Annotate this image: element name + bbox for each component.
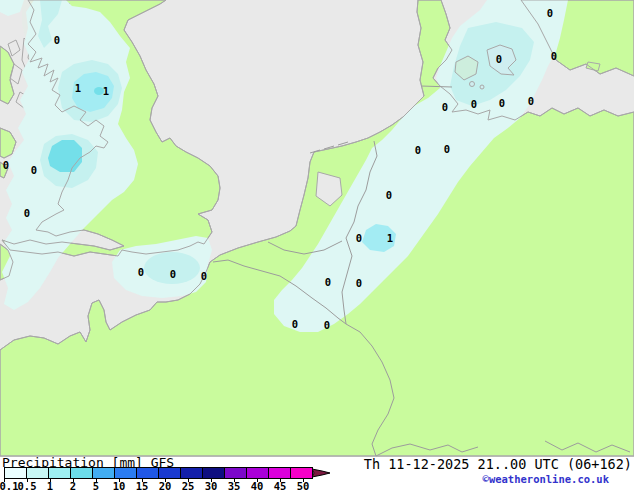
legend-arrow-icon [312, 467, 332, 479]
legend-color-segment [48, 467, 71, 479]
legend-tick-label: 45 [274, 480, 287, 490]
precip-value-label: 0 [499, 97, 505, 109]
legend-color-segment [180, 467, 203, 479]
precip-value-label: 0 [471, 98, 477, 110]
legend-color-segment [290, 467, 313, 479]
precip-value-label: 0 [496, 53, 502, 65]
copyright-text: ©weatheronline.co.uk [483, 473, 609, 485]
legend-tick-label: 10 [113, 480, 126, 490]
legend-color-segment [4, 467, 27, 479]
precip-value-label: 0 [324, 319, 330, 331]
legend-color-segment [246, 467, 269, 479]
precip-value-label: 0 [138, 266, 144, 278]
legend-tick-label: 30 [205, 480, 218, 490]
legend-tick-label: 35 [228, 480, 241, 490]
legend-color-segment [268, 467, 291, 479]
legend-color-segment [92, 467, 115, 479]
precip-value-label: 0 [547, 7, 553, 19]
precip-value-label: 0 [551, 50, 557, 62]
precip-value-label: 0 [415, 144, 421, 156]
precip-value-label: 0 [325, 276, 331, 288]
legend-tick-label: 20 [159, 480, 172, 490]
legend-color-segment [70, 467, 93, 479]
legend-color-segment [202, 467, 225, 479]
precip-value-label: 0 [3, 159, 9, 171]
legend-color-segment [26, 467, 49, 479]
precip-value-label: 1 [75, 82, 81, 94]
precip-value-label: 0 [201, 270, 207, 282]
legend-color-segment [114, 467, 137, 479]
legend-tick-label: 1 [47, 480, 53, 490]
legend-colorbar [4, 467, 332, 479]
precip-value-label: 0 [386, 189, 392, 201]
precip-value-label: 0 [444, 143, 450, 155]
precip-value-label: 0 [442, 101, 448, 113]
precip-value-label: 1 [387, 232, 393, 244]
precip-value-label: 0 [24, 207, 30, 219]
precip-value-label: 0 [356, 232, 362, 244]
legend-color-segment [224, 467, 247, 479]
legend-tick-label: 15 [136, 480, 149, 490]
legend-tick-label: 40 [251, 480, 264, 490]
legend-color-segment [158, 467, 181, 479]
precip-value-label: 0 [528, 95, 534, 107]
precip-value-label: 0 [292, 318, 298, 330]
legend-color-segment [136, 467, 159, 479]
precip-value-label: 0 [170, 268, 176, 280]
precip-value-label: 0 [31, 164, 37, 176]
precipitation-map: 0110000000000000000010000 [0, 0, 634, 457]
legend-tick-label: 50 [297, 480, 310, 490]
legend-tick-label: 0.1 [0, 480, 18, 490]
precip-value-label: 0 [54, 34, 60, 46]
legend-tick-label: 5 [93, 480, 99, 490]
precip-value-label: 1 [103, 85, 109, 97]
forecast-datetime: Th 11-12-2025 21..00 UTC (06+162) [364, 456, 632, 472]
precip-value-label: 0 [356, 277, 362, 289]
legend-tick-label: 25 [182, 480, 195, 490]
legend-tick-label: 0.5 [18, 480, 37, 490]
weather-map-page: 0110000000000000000010000 Precipitation … [0, 0, 634, 490]
legend-tick-label: 2 [70, 480, 76, 490]
map-canvas: 0110000000000000000010000 [0, 0, 634, 457]
